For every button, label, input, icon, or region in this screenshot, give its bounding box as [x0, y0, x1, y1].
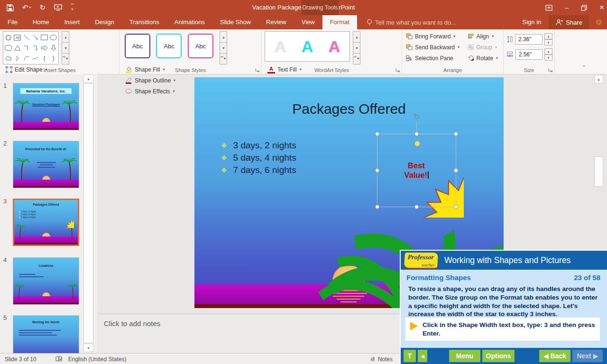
tab-file[interactable]: File: [0, 15, 25, 29]
slide-title[interactable]: Packages Offered: [194, 101, 504, 117]
wordart-up-icon[interactable]: ▲: [353, 31, 360, 42]
tutorial-menu-button[interactable]: Menu: [449, 350, 480, 362]
context-tab-group-drawing-tools[interactable]: Drawing Tools: [302, 0, 339, 15]
shape-gallery-up-icon[interactable]: ▲: [62, 31, 69, 42]
shape-style-swatch-indigo[interactable]: Abc: [125, 34, 150, 58]
sign-in-button[interactable]: Sign in: [517, 15, 547, 29]
shape-style-swatch-cyan[interactable]: Abc: [156, 34, 182, 58]
wordart-sample-pink[interactable]: A: [329, 33, 340, 60]
start-slideshow-button[interactable]: [54, 4, 62, 11]
shape-styles-dialog-launcher-icon[interactable]: [255, 67, 260, 73]
shape-triangle-icon[interactable]: [13, 43, 22, 53]
notes-toggle[interactable]: Notes: [370, 356, 393, 363]
tab-transitions[interactable]: Transitions: [122, 15, 167, 29]
tab-review[interactable]: Review: [258, 15, 294, 29]
wordart-more-icon[interactable]: ▔▼: [353, 53, 360, 64]
shape-arc-icon[interactable]: [22, 53, 31, 64]
slide-scrollbar-up-icon[interactable]: ▲: [594, 75, 603, 83]
shape-textbox-icon[interactable]: A: [13, 32, 22, 43]
minimize-icon[interactable]: –: [565, 4, 569, 11]
shape-down-arrow-icon[interactable]: [49, 43, 58, 53]
rotate-button[interactable]: Rotate▾: [468, 53, 498, 63]
shape-rounded-rect-icon[interactable]: [4, 43, 13, 53]
rotate-handle[interactable]: ↻: [412, 112, 422, 122]
shape-elbow-arrow-icon[interactable]: [31, 43, 40, 53]
tutorial-next-button[interactable]: Next ▶: [572, 350, 603, 362]
thumb-scrollbar-up-icon[interactable]: ▲: [83, 74, 93, 83]
shape-freeform-icon[interactable]: [4, 53, 13, 64]
share-button[interactable]: Share: [549, 15, 589, 29]
ribbon-display-options-icon[interactable]: [545, 5, 552, 11]
spellcheck-icon[interactable]: [55, 356, 63, 363]
shape-effects-button[interactable]: Shape Effects▾: [125, 86, 175, 96]
shape-style-swatch-pink[interactable]: Abc: [188, 34, 213, 58]
close-icon[interactable]: ×: [599, 3, 604, 12]
shape-arrow-icon[interactable]: [31, 32, 40, 43]
shape-line-icon[interactable]: [22, 32, 31, 43]
slide-1-thumbnail[interactable]: Bahama Vacations, Inc. Vacation Packages: [13, 83, 79, 130]
thumb-scrollbar-thumb[interactable]: [83, 83, 93, 343]
slide-5-thumbnail[interactable]: Meeting the Needs: [13, 315, 79, 353]
resize-handle-e[interactable]: [454, 168, 458, 173]
resize-handle-nw[interactable]: [375, 132, 379, 136]
wordart-down-icon[interactable]: ▼: [353, 42, 360, 53]
shape-right-arrow-icon[interactable]: [40, 43, 49, 53]
tutorial-text-mode-button[interactable]: T: [404, 350, 416, 362]
collapse-ribbon-icon[interactable]: ⌃: [582, 64, 586, 71]
feedback-smiley-icon[interactable]: ☺: [591, 15, 607, 29]
slide-scrollbar-thumb[interactable]: [594, 156, 603, 187]
resize-handle-ne[interactable]: [454, 132, 458, 136]
tab-home[interactable]: Home: [25, 15, 57, 29]
height-up-icon[interactable]: ▲: [544, 33, 552, 39]
slide-indicator[interactable]: Slide 3 of 10: [5, 356, 37, 363]
shape-curve-icon[interactable]: [31, 53, 40, 64]
shape-elbow-connector-icon[interactable]: [22, 43, 31, 53]
customize-qat-button[interactable]: ▔▾: [71, 5, 74, 10]
shape-height-input[interactable]: 2.36": [515, 34, 543, 45]
resize-handle-w[interactable]: [375, 168, 379, 173]
shape-adjust-handle[interactable]: [414, 141, 420, 146]
shape-scribble-icon[interactable]: [13, 53, 22, 64]
shape-styles-down-icon[interactable]: ▼: [220, 42, 227, 53]
bullet-item[interactable]: ❖3 days, 2 nights: [221, 140, 296, 151]
tab-format-active[interactable]: Format: [322, 15, 357, 29]
selection-pane-button[interactable]: Selection Pane: [406, 53, 460, 63]
height-down-icon[interactable]: ▼: [544, 39, 552, 46]
align-button[interactable]: Align▾: [468, 31, 498, 41]
save-icon[interactable]: [7, 4, 14, 11]
shape-styles-up-icon[interactable]: ▲: [220, 31, 227, 42]
redo-button[interactable]: ↻: [40, 0, 46, 15]
wordart-sample-cyan[interactable]: A: [302, 33, 313, 60]
resize-handle-sw[interactable]: [375, 205, 379, 209]
group-button[interactable]: Group▾: [468, 42, 498, 52]
tab-design[interactable]: Design: [87, 15, 121, 29]
tab-slide-show[interactable]: Slide Show: [212, 15, 258, 29]
undo-dropdown-icon[interactable]: ▾: [29, 0, 31, 15]
tab-animations[interactable]: Animations: [167, 15, 212, 29]
slide-3-thumbnail-selected[interactable]: Packages Offered ❖ 3 days, 2 nights ❖ 5 …: [13, 199, 79, 246]
shape-styles-more-icon[interactable]: ▔▼: [220, 53, 227, 64]
shape-rectangle-icon[interactable]: [40, 32, 49, 43]
shape-right-brace-icon[interactable]: }: [49, 53, 58, 64]
tell-me-box[interactable]: Tell me what you want to do...: [357, 15, 456, 29]
language-indicator[interactable]: English (United States): [68, 356, 127, 363]
shape-gallery-down-icon[interactable]: ▼: [62, 42, 69, 53]
send-backward-button[interactable]: Send Backward▾: [406, 42, 460, 52]
resize-handle-n[interactable]: [414, 132, 419, 136]
shape-outline-button[interactable]: Shape Outline▾: [125, 75, 175, 85]
width-down-icon[interactable]: ▼: [544, 55, 552, 61]
shape-star16-icon[interactable]: [4, 32, 13, 43]
restore-icon[interactable]: [581, 5, 587, 11]
tutorial-options-button[interactable]: Options: [482, 350, 515, 362]
slide-2-thumbnail[interactable]: Presented for the Benefit of:: [13, 141, 79, 188]
bullet-item[interactable]: ❖7 days, 6 nights: [221, 165, 296, 175]
width-up-icon[interactable]: ▲: [544, 48, 552, 55]
bring-forward-button[interactable]: Bring Forward▾: [406, 31, 460, 41]
shape-width-input[interactable]: 2.56": [515, 49, 543, 60]
wordart-sample-outline[interactable]: A: [275, 33, 286, 60]
tutorial-back-button[interactable]: ◀ Back: [539, 350, 570, 362]
size-dialog-launcher-icon[interactable]: [548, 67, 553, 73]
tab-view[interactable]: View: [294, 15, 322, 29]
thumb-scrollbar-down-icon[interactable]: ▼: [83, 344, 93, 352]
bullet-item[interactable]: ❖5 days, 4 nights: [221, 153, 296, 163]
